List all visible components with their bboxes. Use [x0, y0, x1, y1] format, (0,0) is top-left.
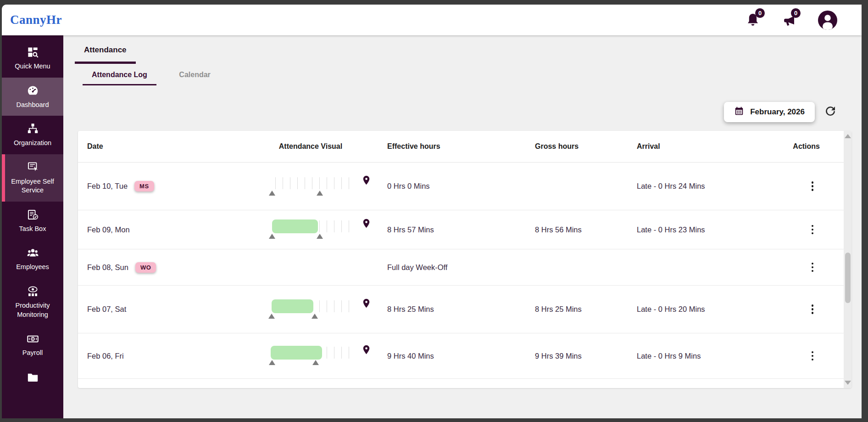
table-row: Feb 08, Sun WO [78, 249, 851, 286]
refresh-button[interactable] [823, 104, 838, 119]
self-service-icon [27, 161, 39, 174]
attendance-log-table: Date Attendance Visual Effective hours G… [78, 131, 851, 388]
column-header-actions: Actions [771, 142, 844, 151]
sidebar-item-task-box[interactable]: Task Box [2, 202, 63, 240]
column-header-gross-hours: Gross hours [523, 142, 624, 151]
punch-out-marker [317, 234, 323, 239]
effective-hours-value: Full day Week-Off [376, 263, 523, 272]
row-actions-menu-button[interactable] [809, 222, 817, 237]
column-header-attendance-visual: Attendance Visual [234, 142, 376, 151]
attendance-visual [270, 347, 376, 365]
effective-hours-value: 0 Hrs 0 Mins [376, 182, 523, 191]
location-pin-icon[interactable] [362, 344, 371, 358]
arrival-value: Late - 0 Hrs 9 Mins [624, 352, 771, 360]
location-pin-icon[interactable] [362, 218, 371, 231]
sidebar-item-productivity-monitoring[interactable]: Productivity Monitoring [2, 278, 63, 326]
gross-hours-value: 8 Hrs 56 Mins [523, 225, 624, 234]
people-icon [27, 247, 39, 259]
table-header-row: Date Attendance Visual Effective hours G… [78, 131, 851, 163]
effective-hours-value: 9 Hrs 40 Mins [376, 352, 523, 360]
location-pin-icon[interactable] [362, 175, 371, 188]
row-actions-menu-button[interactable] [809, 349, 817, 364]
announcements-button[interactable]: 0 [782, 12, 796, 28]
sidebar-item-label: Productivity Monitoring [16, 302, 50, 318]
calendar-icon [734, 106, 744, 118]
sidebar-item-employee-self-service[interactable]: Employee Self Service [2, 154, 63, 202]
top-bar: CannyHr 0 0 [2, 5, 862, 35]
table-row: Feb 07, Sat [78, 286, 851, 333]
sidebar-item-dashboard[interactable]: Dashboard [2, 78, 63, 116]
main-content: Attendance Attendance Log Calendar Febru… [63, 35, 862, 418]
app-logo: CannyHr [10, 13, 62, 27]
table-scrollbar[interactable] [844, 131, 851, 388]
attendance-visual [270, 177, 376, 196]
sidebar-item-label: Organization [14, 139, 51, 146]
banknote-icon [27, 332, 39, 345]
scroll-up-arrow[interactable] [845, 134, 851, 138]
sidebar-item-files[interactable] [2, 364, 63, 394]
arrival-value: Late - 0 Hrs 23 Mins [624, 225, 771, 234]
punch-in-marker [268, 314, 275, 319]
sidebar-item-label: Quick Menu [15, 62, 50, 70]
bell-icon [746, 22, 760, 29]
table-row: Feb 09, Mon [78, 210, 851, 249]
sidebar-item-label: Task Box [19, 225, 46, 232]
effective-hours-value: 8 Hrs 57 Mins [376, 225, 523, 234]
worked-hours-bar [271, 346, 322, 360]
gauge-icon [27, 84, 39, 97]
sidebar-item-quick-menu[interactable]: Quick Menu [2, 39, 63, 78]
date-label: Feb 08, Sun [87, 263, 128, 272]
date-label: Feb 07, Sat [87, 305, 126, 314]
effective-hours-value: 8 Hrs 25 Mins [376, 305, 523, 314]
megaphone-icon [782, 22, 796, 29]
grid-search-icon [27, 46, 39, 58]
punch-in-marker [269, 360, 275, 365]
refresh-icon [823, 113, 837, 119]
month-picker-button[interactable]: February, 2026 [724, 102, 815, 122]
sidebar-item-label: Employee Self Service [11, 178, 54, 194]
notification-count-badge: 0 [755, 8, 765, 18]
top-actions: 0 0 [746, 10, 838, 30]
date-label: Feb 09, Mon [87, 225, 130, 234]
day-type-badge: MS [134, 181, 154, 191]
sidebar-item-organization[interactable]: Organization [2, 116, 63, 154]
table-row: Feb 10, Tue MS [78, 163, 851, 210]
month-picker-label: February, 2026 [750, 107, 805, 117]
scrollbar-thumb[interactable] [845, 253, 851, 303]
folder-icon [27, 371, 39, 383]
sidebar-item-employees[interactable]: Employees [2, 240, 63, 278]
row-actions-menu-button[interactable] [809, 302, 817, 317]
tab-attendance[interactable]: Attendance [75, 45, 136, 64]
attendance-visual [270, 220, 376, 239]
task-clipboard-icon [27, 208, 39, 221]
profile-menu-button[interactable] [818, 10, 838, 30]
arrival-value: Late - 0 Hrs 24 Mins [624, 182, 771, 191]
row-actions-menu-button[interactable] [809, 260, 817, 275]
attendance-visual [270, 300, 376, 319]
avatar-icon [818, 24, 838, 32]
tab-attendance-log[interactable]: Attendance Log [83, 64, 156, 85]
gross-hours-value: 8 Hrs 25 Mins [523, 305, 624, 314]
sidebar-item-payroll[interactable]: Payroll [2, 326, 63, 364]
column-header-date: Date [78, 142, 234, 151]
app-window: CannyHr 0 0 [2, 5, 862, 418]
scroll-down-arrow[interactable] [845, 381, 851, 385]
location-pin-icon[interactable] [362, 298, 371, 311]
tab-calendar[interactable]: Calendar [170, 64, 219, 84]
announcement-count-badge: 0 [791, 8, 801, 18]
row-actions-menu-button[interactable] [809, 179, 817, 194]
punch-out-marker [312, 360, 319, 365]
hour-ticks [275, 177, 350, 189]
sidebar-item-label: Payroll [22, 349, 43, 356]
day-type-badge: WO [135, 262, 156, 273]
gross-hours-value: 9 Hrs 39 Mins [523, 352, 624, 360]
notifications-button[interactable]: 0 [746, 12, 761, 28]
arrival-value: Late - 0 Hrs 20 Mins [624, 305, 771, 314]
org-chart-icon [27, 123, 39, 135]
attendance-subtabs: Attendance Log Calendar [83, 64, 862, 85]
date-label: Feb 10, Tue [87, 182, 128, 191]
worked-hours-bar [272, 299, 313, 313]
sidebar-item-label: Dashboard [17, 101, 49, 108]
punch-out-marker [317, 191, 323, 196]
table-row: Feb 06, Fri [78, 333, 851, 379]
